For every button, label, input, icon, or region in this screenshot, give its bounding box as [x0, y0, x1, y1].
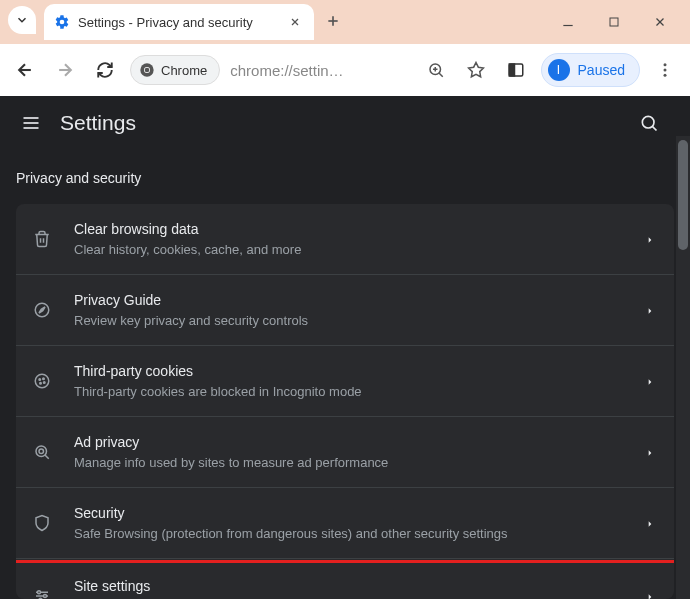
close-icon[interactable]: [286, 13, 304, 31]
list-item-title: Site settings: [74, 576, 646, 596]
list-item-subtitle: Clear history, cookies, cache, and more: [74, 241, 646, 259]
settings-item-third-party-cookies[interactable]: Third-party cookiesThird-party cookies a…: [16, 346, 674, 417]
list-item-subtitle: Third-party cookies are blocked in Incog…: [74, 383, 646, 401]
menu-icon[interactable]: [650, 55, 680, 85]
tab-title: Settings - Privacy and security: [78, 15, 286, 30]
gear-icon: [54, 14, 70, 30]
svg-marker-42: [649, 521, 652, 526]
settings-item-ad-privacy[interactable]: Ad privacyManage info used by sites to m…: [16, 417, 674, 488]
svg-marker-30: [39, 307, 45, 313]
scrollbar[interactable]: [676, 136, 690, 599]
svg-point-12: [145, 68, 150, 73]
list-text: Privacy GuideReview key privacy and secu…: [74, 290, 646, 330]
list-item-subtitle: Review key privacy and security controls: [74, 312, 646, 330]
list-item-title: Clear browsing data: [74, 219, 646, 239]
cookie-icon: [32, 371, 52, 391]
page-header: Settings: [0, 96, 690, 150]
list-text: Site settingsControls what information s…: [74, 576, 646, 599]
back-button[interactable]: [10, 55, 40, 85]
svg-rect-5: [610, 18, 618, 26]
svg-line-27: [652, 126, 656, 130]
page-title: Settings: [60, 111, 638, 135]
forward-button[interactable]: [50, 55, 80, 85]
chevron-right-icon: [646, 448, 654, 456]
browser-tab[interactable]: Settings - Privacy and security: [44, 4, 314, 40]
settings-item-security[interactable]: SecuritySafe Browsing (protection from d…: [16, 488, 674, 559]
svg-marker-37: [649, 379, 652, 384]
sliders-icon: [32, 586, 52, 599]
zoom-icon[interactable]: [421, 55, 451, 85]
settings-item-privacy-guide[interactable]: Privacy GuideReview key privacy and secu…: [16, 275, 674, 346]
sidepanel-icon[interactable]: [501, 55, 531, 85]
list-text: Ad privacyManage info used by sites to m…: [74, 432, 646, 472]
hamburger-icon[interactable]: [20, 112, 42, 134]
svg-line-39: [45, 455, 49, 459]
svg-marker-17: [468, 63, 483, 77]
svg-point-40: [39, 449, 44, 454]
svg-marker-49: [649, 594, 652, 599]
list-text: SecuritySafe Browsing (protection from d…: [74, 503, 646, 543]
svg-line-14: [439, 73, 443, 77]
list-item-title: Privacy Guide: [74, 290, 646, 310]
chevron-right-icon: [646, 519, 654, 527]
scrollbar-thumb[interactable]: [678, 140, 688, 250]
list-text: Clear browsing dataClear history, cookie…: [74, 219, 646, 259]
settings-item-clear-browsing-data[interactable]: Clear browsing dataClear history, cookie…: [16, 204, 674, 275]
ad-icon: [32, 442, 52, 462]
tab-search-button[interactable]: [8, 6, 36, 34]
settings-page: Settings Privacy and security Clear brow…: [0, 96, 690, 599]
list-item-subtitle: Manage info used by sites to measure ad …: [74, 454, 646, 472]
compass-icon: [32, 300, 52, 320]
settings-card: Clear browsing dataClear history, cookie…: [16, 204, 674, 599]
chevron-right-icon: [646, 592, 654, 599]
maximize-button[interactable]: [602, 10, 626, 34]
svg-point-46: [38, 590, 41, 593]
bookmark-icon[interactable]: [461, 55, 491, 85]
svg-marker-28: [649, 237, 652, 242]
list-item-title: Security: [74, 503, 646, 523]
profile-status: Paused: [578, 62, 625, 78]
profile-chip[interactable]: I Paused: [541, 53, 640, 87]
svg-point-21: [664, 69, 667, 72]
toolbar: Chrome chrome://settin… I Paused: [0, 44, 690, 96]
list-item-subtitle: Safe Browsing (protection from dangerous…: [74, 525, 646, 543]
close-window-button[interactable]: [648, 10, 672, 34]
svg-point-22: [664, 74, 667, 77]
chevron-right-icon: [646, 235, 654, 243]
list-text: Third-party cookiesThird-party cookies a…: [74, 361, 646, 401]
svg-point-20: [664, 63, 667, 66]
svg-point-33: [39, 378, 41, 380]
minimize-button[interactable]: [556, 10, 580, 34]
security-chip[interactable]: Chrome: [130, 55, 220, 85]
svg-point-26: [642, 116, 654, 128]
new-tab-button[interactable]: [318, 6, 348, 36]
chevron-right-icon: [646, 377, 654, 385]
search-icon[interactable]: [638, 112, 660, 134]
shield-icon: [32, 513, 52, 533]
url-bar[interactable]: chrome://settin…: [230, 62, 410, 79]
svg-point-32: [35, 374, 49, 388]
section-label: Privacy and security: [0, 150, 690, 204]
reload-button[interactable]: [90, 55, 120, 85]
chrome-logo-icon: [139, 62, 155, 78]
svg-point-34: [43, 378, 45, 380]
security-chip-label: Chrome: [161, 63, 207, 78]
svg-point-36: [44, 381, 46, 383]
trash-icon: [32, 229, 52, 249]
svg-rect-19: [509, 64, 514, 76]
window-controls: [556, 0, 684, 44]
avatar: I: [548, 59, 570, 81]
svg-point-47: [44, 594, 47, 597]
svg-marker-41: [649, 450, 652, 455]
svg-point-38: [36, 446, 47, 457]
list-item-title: Third-party cookies: [74, 361, 646, 381]
titlebar: Settings - Privacy and security: [0, 0, 690, 44]
settings-item-site-settings[interactable]: Site settingsControls what information s…: [16, 561, 674, 599]
svg-marker-31: [649, 308, 652, 313]
chevron-right-icon: [646, 306, 654, 314]
list-item-title: Ad privacy: [74, 432, 646, 452]
svg-point-35: [40, 382, 42, 384]
